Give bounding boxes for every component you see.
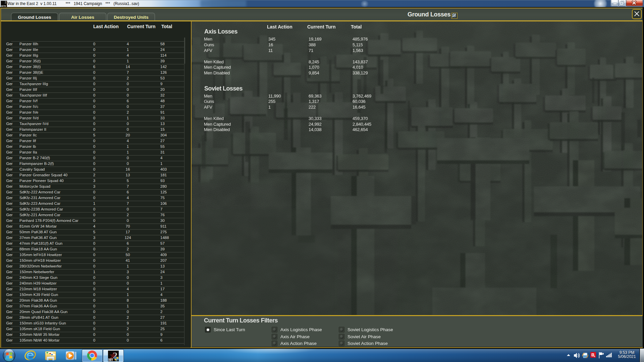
- svg-text:WI: WI: [108, 358, 113, 361]
- svg-text:B: B: [591, 352, 594, 357]
